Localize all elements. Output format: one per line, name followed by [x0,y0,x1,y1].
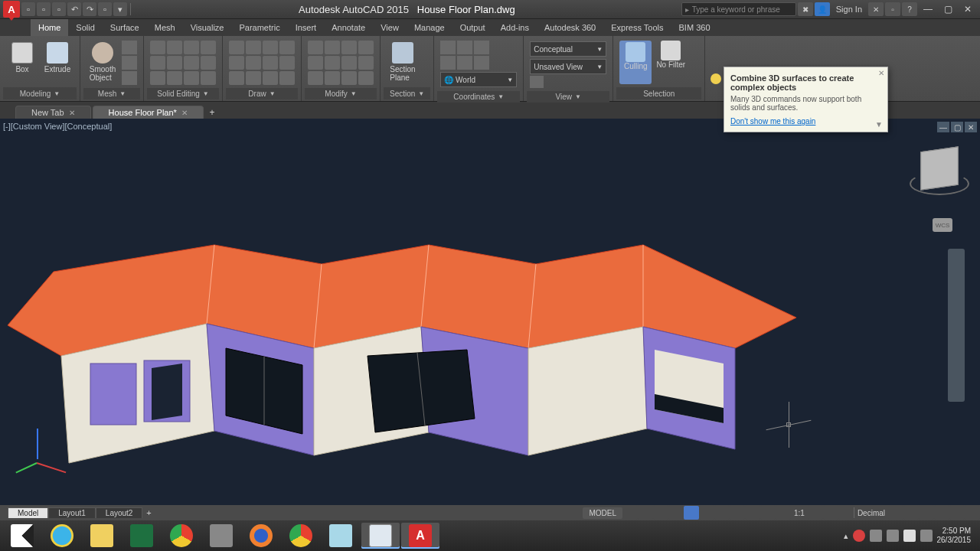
viewcube-compass[interactable] [910,172,969,195]
solid-tool-icon[interactable] [150,41,165,54]
status-ws-icon[interactable] [903,506,919,520]
saved-view-dropdown[interactable]: Unsaved View▼ [530,59,606,74]
ucs-tool-icon[interactable] [474,56,489,70]
tab-bim360[interactable]: BIM 360 [671,19,718,36]
tab-home[interactable]: Home [31,19,68,36]
draw-tool-icon[interactable] [246,41,261,54]
ucs-tool-icon[interactable] [457,41,472,54]
taskbar-autocad-icon[interactable]: A [401,523,439,549]
tray-chevron-icon[interactable]: ▴ [844,531,848,541]
close-icon[interactable]: ✕ [181,109,188,117]
solid-tool-icon[interactable] [201,41,216,54]
solid-tool-icon[interactable] [184,71,199,85]
tray-network-icon[interactable] [887,530,899,542]
draw-tool-icon[interactable] [279,41,295,54]
tab-mesh[interactable]: Mesh [147,19,183,36]
tab-annotate[interactable]: Annotate [324,19,373,36]
maximize-button[interactable]: ▢ [939,2,957,17]
infocenter-icon[interactable]: ✖ [798,2,813,16]
taskbar-excel-icon[interactable] [122,523,161,549]
status-annovis-icon[interactable] [823,506,838,520]
navigation-bar[interactable] [948,249,965,402]
exchange-icon[interactable]: ✕ [868,2,884,16]
modify-tool-icon[interactable] [341,41,357,54]
status-gear-icon[interactable] [808,506,823,520]
modify-tool-icon[interactable] [325,41,340,54]
modify-tool-icon[interactable] [358,41,374,54]
status-ortho-icon[interactable] [653,506,668,520]
tip-dismiss-link[interactable]: Don't show me this again [730,117,815,126]
minimize-button[interactable]: — [919,2,937,17]
app-menu-button[interactable]: A [3,1,20,18]
solid-tool-icon[interactable] [150,71,165,85]
box-button[interactable]: Box [6,41,38,84]
viewport-minimize-icon[interactable]: — [937,122,949,132]
mesh-tool-icon[interactable] [122,41,137,54]
tab-parametric[interactable]: Parametric [231,19,287,36]
layout-tab-model[interactable]: Model [8,507,48,518]
modify-tool-icon[interactable] [341,56,357,70]
status-annoauto-icon[interactable] [838,506,854,520]
draw-tool-icon[interactable] [229,41,244,54]
viewport-maximize-icon[interactable]: ▢ [951,122,963,132]
ucs-tool-icon[interactable] [474,41,489,54]
extrude-button[interactable]: Extrude [41,41,74,84]
status-otrack-icon[interactable] [714,506,730,520]
qat-open-icon[interactable]: ▫ [37,2,51,16]
tip-expand-icon[interactable]: ▼ [875,120,883,129]
qat-new-icon[interactable]: ▫ [21,2,35,16]
tip-close-button[interactable]: ✕ [878,69,884,77]
ucs-tool-icon[interactable] [457,56,472,70]
draw-tool-icon[interactable] [246,56,261,70]
modify-tool-icon[interactable] [358,71,374,85]
draw-tool-icon[interactable] [263,56,278,70]
tab-expresstools[interactable]: Express Tools [603,19,671,36]
qat-print-icon[interactable]: ▫ [98,2,112,16]
taskbar-explorer-icon[interactable] [83,523,121,549]
ucs-tool-icon[interactable] [440,56,456,70]
layout-tab-layout2[interactable]: Layout2 [96,507,143,518]
no-filter-button[interactable]: No Filter [655,41,687,84]
qat-dropdown-icon[interactable]: ▾ [113,2,127,16]
status-scale[interactable]: 1:1 [791,509,808,517]
taskbar-chrome2-icon[interactable] [282,523,320,549]
view-tool-icon[interactable] [530,76,544,88]
status-units[interactable]: Decimal [854,509,888,517]
solid-tool-icon[interactable] [167,56,182,70]
taskbar-app2-icon[interactable] [322,523,360,549]
status-ducs-icon[interactable] [730,506,745,520]
solid-tool-icon[interactable] [167,41,182,54]
status-custom-icon[interactable] [965,506,980,520]
status-qp-icon[interactable] [888,506,903,520]
draw-tool-icon[interactable] [279,71,295,85]
modify-tool-icon[interactable] [308,71,323,85]
viewport-close-icon[interactable]: ✕ [965,122,977,132]
tab-insert[interactable]: Insert [288,19,325,36]
solid-tool-icon[interactable] [184,41,199,54]
tray-volume-icon[interactable] [903,530,916,542]
tab-autodesk360[interactable]: Autodesk 360 [537,19,603,36]
draw-tool-icon[interactable] [246,71,261,85]
mesh-tool-icon[interactable] [122,71,137,85]
status-polar-icon[interactable] [668,506,684,520]
tray-icon[interactable] [870,530,882,542]
status-grid-icon[interactable] [622,506,638,520]
solid-tool-icon[interactable] [150,56,165,70]
modify-tool-icon[interactable] [341,71,357,85]
file-tab-add-button[interactable]: + [205,106,219,119]
taskbar-folder-icon[interactable] [361,523,400,549]
modify-tool-icon[interactable] [358,56,374,70]
draw-tool-icon[interactable] [229,71,244,85]
culling-button[interactable]: Culling [619,41,652,84]
layout-tab-add-button[interactable]: + [142,508,155,517]
tab-solid[interactable]: Solid [68,19,102,36]
close-icon[interactable]: ✕ [69,109,75,117]
draw-tool-icon[interactable] [263,41,278,54]
status-lwt-icon[interactable] [760,506,776,520]
tray-icon[interactable] [853,530,865,542]
qat-save-icon[interactable]: ▫ [52,2,66,16]
status-modelspace[interactable]: MODEL [583,507,622,519]
taskbar-app-icon[interactable] [202,523,240,549]
tab-view[interactable]: View [373,19,407,36]
mesh-tool-icon[interactable] [122,56,137,70]
